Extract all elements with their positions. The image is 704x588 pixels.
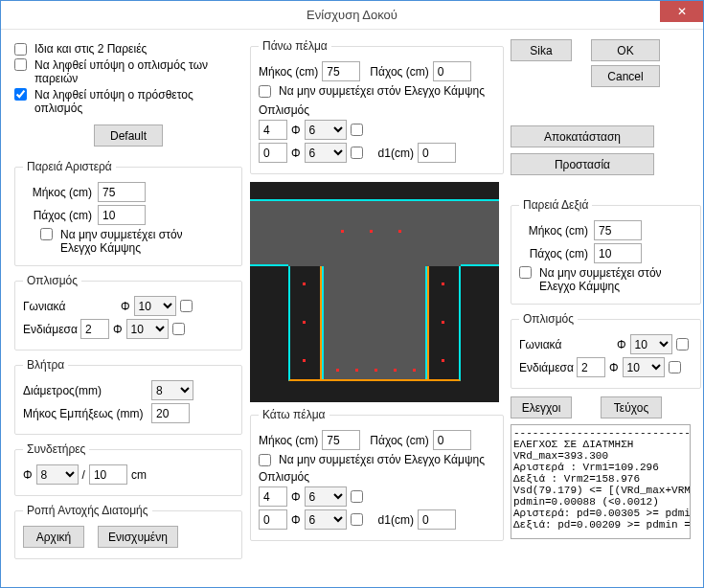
- lbl-synd-unit: cm: [131, 468, 147, 482]
- legend-left-oplismos: Οπλισμός: [23, 274, 81, 287]
- input-bot-d1[interactable]: [418, 509, 456, 530]
- close-icon: ✕: [677, 5, 687, 18]
- lbl-bot-kampsi: Να μην συμμετέχει στόν Ελεγχο Κάμψης: [279, 453, 485, 466]
- chk-top-r1[interactable]: [351, 124, 363, 136]
- lbl-lifthei-oplismos-pareion: Να ληφθεί υπόψη ο οπλισμός των παρειών: [34, 58, 226, 85]
- legend-pareia-deksia: Παρειά Δεξιά: [519, 198, 592, 212]
- lbl-bot-paxos: Πάχος (cm): [370, 434, 428, 447]
- group-pareia-aristera: Παρειά Αριστερά Μήκος (cm) Πάχος (cm) Να…: [14, 160, 242, 266]
- legend-right-oplismos: Οπλισμός: [519, 312, 578, 326]
- sel-blitra-diam[interactable]: 8: [151, 380, 193, 400]
- lbl-bot-d1: d1(cm): [378, 513, 414, 527]
- tefxos-button[interactable]: Τεύχος: [601, 396, 662, 418]
- lbl-blitra-diam: Διάμετρος(mm): [23, 384, 148, 397]
- lbl-top-kampsi: Να μην συμμετέχει στόν Ελεγχο Κάμψης: [279, 84, 485, 98]
- lbl-top-d1: d1(cm): [378, 147, 414, 160]
- lbl-bot-oplismos: Οπλισμός: [259, 470, 495, 484]
- default-button[interactable]: Default: [94, 124, 163, 147]
- input-left-mikos[interactable]: [98, 182, 146, 202]
- lbl-lifthei-prosthetos: Να ληφθεί υπόψη ο πρόσθετος οπλισμός: [34, 88, 226, 115]
- lbl-idia-2-pareies: Ιδια και στις 2 Παρειές: [34, 42, 147, 56]
- group-right-oplismos: Οπλισμός ΓωνιακάΦ10 ΕνδιάμεσαΦ10: [511, 312, 701, 389]
- sel-top-r2-d[interactable]: 6: [305, 143, 347, 163]
- input-blitra-mikos[interactable]: [151, 403, 190, 423]
- input-bot-mikos[interactable]: [322, 430, 360, 450]
- lbl-blitra-mikos: Μήκος Εμπήξεως (mm): [23, 407, 148, 420]
- chk-top-kampsi[interactable]: [259, 85, 271, 98]
- chk-right-kampsi[interactable]: [519, 266, 532, 279]
- group-blitra: Βλήτρα Διάμετρος(mm)8 Μήκος Εμπήξεως (mm…: [14, 358, 242, 435]
- group-pareia-deksia: Παρειά Δεξιά Μήκος (cm) Πάχος (cm) Να μη…: [511, 198, 701, 305]
- chk-bot-kampsi[interactable]: [259, 454, 271, 466]
- lbl-left-paxos: Πάχος (cm): [23, 209, 92, 222]
- input-top-r1-n[interactable]: [259, 120, 287, 140]
- lbl-bot-mikos: Μήκος (cm): [259, 434, 318, 447]
- chk-right-endiamesa-extra[interactable]: [669, 361, 681, 373]
- chk-left-kampsi[interactable]: [40, 228, 53, 240]
- phi-label: Φ: [121, 300, 130, 313]
- lbl-right-paxos: Πάχος (cm): [519, 247, 588, 260]
- input-bot-paxos[interactable]: [433, 430, 471, 450]
- lbl-right-kampsi: Να μην συμμετέχει στόν Ελεγχο Κάμψης: [539, 266, 693, 293]
- beam-diagram: [250, 182, 499, 402]
- window-title: Ενίσχυση Δοκού: [307, 8, 397, 22]
- chk-lifthei-oplismos-pareion[interactable]: [14, 58, 27, 71]
- legend-kato-pelma: Κάτω πέλμα: [259, 408, 329, 421]
- sel-right-goniaka[interactable]: 10: [630, 334, 672, 354]
- input-right-paxos[interactable]: [594, 243, 642, 263]
- sel-bot-r1-d[interactable]: 6: [305, 486, 347, 507]
- input-right-mikos[interactable]: [594, 220, 642, 240]
- chk-bot-r1[interactable]: [351, 490, 363, 503]
- chk-left-endiamesa-extra[interactable]: [172, 323, 185, 335]
- sel-top-r1-d[interactable]: 6: [305, 120, 347, 140]
- lbl-left-mikos: Μήκος (cm): [23, 186, 92, 199]
- chk-left-goniaka-extra[interactable]: [180, 300, 193, 312]
- input-top-mikos[interactable]: [322, 61, 360, 81]
- sel-left-goniaka[interactable]: 10: [134, 296, 176, 316]
- arxiki-button[interactable]: Αρχική: [23, 526, 84, 548]
- lbl-top-paxos: Πάχος (cm): [370, 65, 428, 79]
- group-left-oplismos: Οπλισμός ΓωνιακάΦ10 ΕνδιάμεσαΦ10: [14, 274, 242, 351]
- input-right-endiamesa-n[interactable]: [577, 357, 605, 377]
- input-top-r2-n[interactable]: [259, 143, 287, 163]
- elegxoi-button[interactable]: Ελεγχοι: [511, 396, 572, 418]
- enisxymeni-button[interactable]: Ενισχυμένη: [98, 526, 178, 548]
- legend-syndetires: Συνδετήρες: [23, 442, 89, 456]
- lbl-left-kampsi: Να μην συμμετέχει στόν Ελεγχο Κάμψης: [60, 228, 214, 255]
- chk-idia-2-pareies[interactable]: [14, 43, 27, 56]
- legend-ropi: Ροπή Αντοχής Διατομής: [23, 504, 152, 517]
- output-textarea[interactable]: ----------------------------------------…: [511, 424, 691, 539]
- ok-button[interactable]: OK: [591, 39, 660, 61]
- group-pano-pelma: Πάνω πέλμα Μήκος (cm)Πάχος (cm) Να μην σ…: [250, 39, 504, 174]
- sika-button[interactable]: Sika: [511, 39, 572, 61]
- input-top-paxos[interactable]: [433, 61, 471, 81]
- prostasia-button[interactable]: Προστασία: [511, 153, 654, 175]
- input-bot-r1-n[interactable]: [259, 486, 287, 507]
- lbl-left-goniaka: Γωνιακά: [23, 300, 77, 313]
- cancel-button[interactable]: Cancel: [591, 65, 660, 87]
- sel-left-endiamesa-d[interactable]: 10: [126, 319, 169, 339]
- sel-synd-phi[interactable]: 8: [36, 464, 79, 485]
- apokatastasi-button[interactable]: Αποκατάσταση: [511, 125, 654, 147]
- sel-bot-r2-d[interactable]: 6: [305, 509, 347, 530]
- legend-pareia-aristera: Παρειά Αριστερά: [23, 160, 116, 173]
- input-top-d1[interactable]: [418, 143, 456, 163]
- legend-blitra: Βλήτρα: [23, 358, 68, 372]
- chk-top-r2[interactable]: [351, 147, 363, 159]
- input-left-paxos[interactable]: [98, 205, 146, 225]
- lbl-right-goniaka: Γωνιακά: [519, 338, 573, 351]
- sel-right-endiamesa-d[interactable]: 10: [623, 357, 665, 377]
- chk-right-goniaka-extra[interactable]: [676, 338, 689, 351]
- dialog-window: Ενίσχυση Δοκού ✕ Ιδια και στις 2 Παρειές…: [0, 0, 704, 588]
- lbl-left-endiamesa: Ενδιάμεσα: [23, 323, 77, 336]
- lbl-right-mikos: Μήκος (cm): [519, 224, 588, 237]
- group-syndetires: Συνδετήρες Φ8/cm: [14, 442, 242, 496]
- input-left-endiamesa-n[interactable]: [80, 319, 109, 339]
- lbl-top-mikos: Μήκος (cm): [259, 65, 318, 79]
- input-synd-every[interactable]: [89, 464, 127, 485]
- input-bot-r2-n[interactable]: [259, 509, 287, 530]
- legend-pano-pelma: Πάνω πέλμα: [259, 39, 331, 53]
- close-button[interactable]: ✕: [660, 1, 703, 22]
- chk-bot-r2[interactable]: [351, 513, 363, 526]
- chk-lifthei-prosthetos[interactable]: [14, 88, 27, 101]
